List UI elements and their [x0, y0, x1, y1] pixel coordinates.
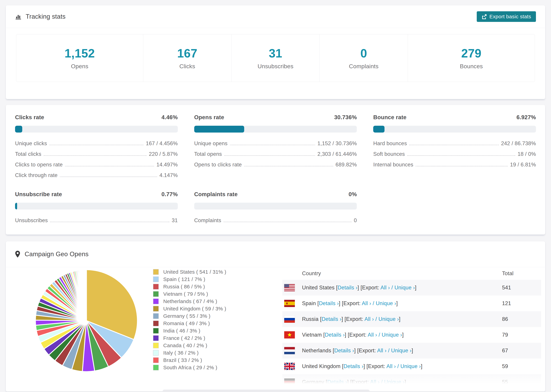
- table-row: Russia [Details ›] [Export: All › / Uniq…: [282, 311, 541, 327]
- geo-opens-card: Campaign Geo Opens United States ( 541 /…: [6, 241, 545, 392]
- rate-percent: 0.77%: [162, 191, 178, 197]
- summary-value: 31: [269, 47, 282, 60]
- summary-value: 1,152: [64, 47, 95, 60]
- export-prefix: ] [Export:: [363, 363, 386, 369]
- export-icon: [481, 14, 487, 19]
- bracket: [: [323, 332, 325, 338]
- export-all-link[interactable]: All ›: [370, 379, 380, 385]
- export-prefix: ] [Export:: [347, 379, 370, 385]
- export-all-link[interactable]: All ›: [386, 363, 396, 369]
- legend-label: Brazil ( 33 / 2% ): [163, 357, 202, 363]
- geo-opens-pie-chart: [31, 265, 142, 376]
- details-link[interactable]: Details ›: [327, 379, 347, 385]
- rate-percent: 0%: [349, 191, 357, 197]
- details-link[interactable]: Details ›: [325, 332, 345, 338]
- export-all-link[interactable]: All ›: [381, 285, 390, 291]
- legend-item: Canada ( 40 / 2% ): [153, 342, 226, 349]
- legend-item: South Africa ( 29 / 2% ): [153, 364, 226, 371]
- summary-value: 167: [177, 47, 198, 60]
- bracket: ]: [415, 285, 417, 291]
- stat-label: Unique clicks: [15, 140, 47, 147]
- rate-title: Complaints rate: [194, 191, 238, 197]
- stat-value: 18 / 0%: [518, 151, 536, 157]
- total-cell: 541: [502, 285, 541, 291]
- export-all-link[interactable]: All ›: [362, 300, 371, 306]
- rate-progress-bar: [373, 126, 536, 133]
- summary-label: Unsubscribes: [258, 63, 293, 70]
- legend-item: Vietnam ( 79 / 5% ): [153, 290, 226, 298]
- legend-item: France ( 42 / 2% ): [153, 334, 226, 342]
- total-cell: 59: [502, 363, 541, 369]
- dotted-leader: [416, 166, 508, 166]
- legend-item: Germany ( 55 / 3% ): [153, 312, 226, 320]
- export-unique-link[interactable]: Unique ›: [381, 332, 402, 338]
- legend-label: Romania ( 49 / 3% ): [163, 321, 210, 326]
- bracket: ]: [421, 363, 422, 369]
- geo-opens-header: Campaign Geo Opens: [6, 241, 545, 267]
- tracking-stats-card: Tracking stats Export basic stats 1,152O…: [6, 5, 545, 99]
- legend-item: Russia ( 86 / 5% ): [153, 283, 226, 290]
- legend-label: United Kingdom ( 59 / 3% ): [163, 306, 226, 312]
- bracket: ]: [404, 379, 406, 385]
- stat-value: 167 / 4.456%: [146, 140, 178, 147]
- stat-label: Hard bounces: [373, 140, 407, 147]
- export-basic-stats-button[interactable]: Export basic stats: [477, 11, 536, 22]
- total-cell: 79: [502, 332, 541, 338]
- stat-label: Soft bounces: [373, 151, 405, 157]
- vn-flag-icon: [284, 331, 295, 339]
- legend-swatch-icon: [153, 306, 159, 312]
- unsubscribe-rate-block: Unsubscribe rate0.77%Unsubscribes31: [15, 191, 178, 224]
- dotted-leader: [407, 155, 515, 156]
- bracket: ]: [396, 300, 398, 306]
- legend-swatch-icon: [153, 335, 159, 341]
- export-unique-link[interactable]: Unique ›: [400, 363, 421, 369]
- summary-cell-clicks: 167Clicks: [143, 34, 232, 82]
- legend-swatch-icon: [153, 350, 159, 356]
- slash-separator: /: [387, 348, 391, 354]
- summary-cell-opens: 1,152Opens: [16, 34, 143, 82]
- summary-cell-unsubscribes: 31Unsubscribes: [232, 34, 320, 82]
- stat-value: 220 / 5.87%: [149, 151, 178, 157]
- bracket: [: [333, 348, 334, 354]
- legend-item: Spain ( 121 / 7% ): [153, 275, 226, 283]
- export-all-link[interactable]: All ›: [377, 348, 387, 354]
- stat-label: Internal bounces: [373, 162, 413, 168]
- bar-chart-icon: [15, 13, 21, 20]
- export-unique-link[interactable]: Unique ›: [376, 300, 396, 306]
- legend-label: India ( 46 / 3% ): [163, 328, 200, 334]
- details-link[interactable]: Details ›: [334, 348, 354, 354]
- us-flag-icon: [284, 284, 295, 291]
- slash-separator: /: [371, 300, 376, 306]
- export-unique-link[interactable]: Unique ›: [379, 316, 399, 322]
- legend-item: Brazil ( 33 / 2% ): [153, 357, 226, 364]
- export-all-link[interactable]: All ›: [368, 332, 377, 338]
- bracket: ]: [399, 316, 400, 322]
- geo-content: United States ( 541 / 31% )Spain ( 121 /…: [6, 267, 545, 392]
- country-name: Netherlands: [302, 348, 333, 354]
- summary-stats-row: 1,152Opens167Clicks31Unsubscribes0Compla…: [16, 34, 535, 82]
- slash-separator: /: [377, 332, 382, 338]
- stat-label: Unique opens: [194, 140, 228, 147]
- stat-label: Opens to clicks rate: [194, 162, 242, 168]
- export-unique-link[interactable]: Unique ›: [384, 379, 405, 385]
- export-unique-link[interactable]: Unique ›: [395, 285, 415, 291]
- details-link[interactable]: Details ›: [344, 363, 363, 369]
- export-unique-link[interactable]: Unique ›: [391, 348, 412, 354]
- legend-label: United States ( 541 / 31% ): [163, 269, 226, 275]
- table-row: Spain [Details ›] [Export: All › / Uniqu…: [282, 295, 541, 311]
- table-row: United Kingdom [Details ›] [Export: All …: [282, 358, 541, 374]
- stat-value: 0: [354, 217, 357, 224]
- details-link[interactable]: Details ›: [319, 300, 339, 306]
- export-prefix: ] [Export:: [357, 285, 380, 291]
- complaints-rate-block: Complaints rate0%Complaints0: [194, 191, 357, 224]
- export-all-link[interactable]: All ›: [365, 316, 374, 322]
- legend-label: Spain ( 121 / 7% ): [163, 276, 205, 282]
- country-name: United Kingdom: [302, 363, 342, 369]
- dotted-leader: [44, 155, 146, 156]
- dotted-leader: [224, 222, 352, 222]
- legend-label: Canada ( 40 / 2% ): [163, 343, 207, 348]
- stat-row: Clicks to opens rate14.497%: [15, 162, 178, 168]
- details-link[interactable]: Details ›: [322, 316, 341, 322]
- clicks-rate-block: Clicks rate4.46%Unique clicks167 / 4.456…: [15, 114, 178, 178]
- details-link[interactable]: Details ›: [338, 285, 357, 291]
